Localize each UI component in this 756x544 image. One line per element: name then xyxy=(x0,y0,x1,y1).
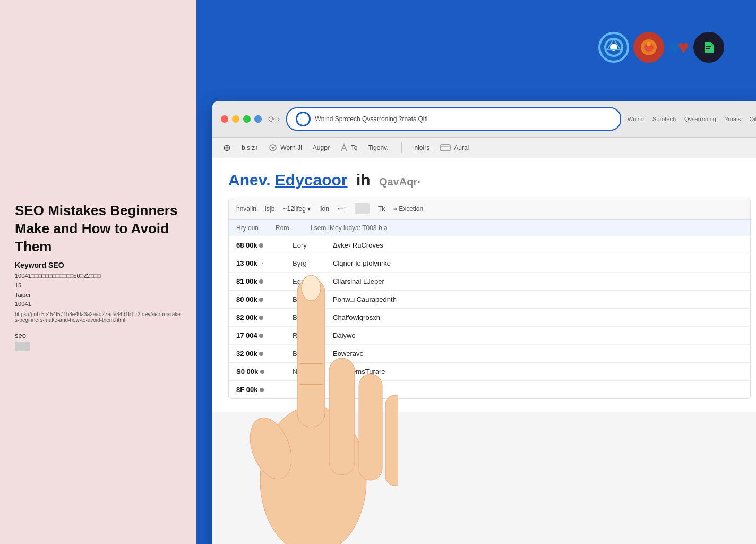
article-url: https://pub-5c454f571b8e40a3a2aad27ade84… xyxy=(15,311,182,323)
nav-item-icon: ⊕ xyxy=(223,142,231,154)
page-title-sub: QavAqr· xyxy=(379,176,420,188)
tag-label: seo xyxy=(15,332,182,339)
name-4: Bylg xyxy=(293,295,324,303)
vol-5: 82 00k xyxy=(236,313,284,321)
name-3: Egry xyxy=(293,277,324,285)
desc-6: Dalywo xyxy=(333,332,743,339)
page-title-blue: Anev. Edycaoor xyxy=(228,171,348,189)
browser-icon-hearts: ♥ ♥ xyxy=(668,36,690,59)
th-tk: Tk xyxy=(378,205,385,212)
table-row: 13 00k→ Byrg Clqner-lo ptolynrke xyxy=(229,254,750,273)
tl-close[interactable] xyxy=(221,115,228,123)
address-circle-icon xyxy=(296,112,311,126)
vol-3: 81 00k xyxy=(236,277,284,285)
table-header: hnvalin ls|b ~12lifeg ▾ lion ↩↑ Tk ≈ Exc… xyxy=(229,198,750,220)
nav-item-augpr[interactable]: Augpr xyxy=(313,144,330,151)
vol-2: 13 00k→ xyxy=(236,259,284,267)
table-row: 17 004 Rylg Dalywo xyxy=(229,327,750,345)
th-filter[interactable]: ~12lifeg ▾ xyxy=(284,205,311,212)
meta-count: 15 xyxy=(15,281,182,291)
desc-2: Clqner-lo ptolynrke xyxy=(333,259,743,267)
nav-item-aural[interactable]: Aural xyxy=(440,144,469,151)
subh-hryoun: Hry oun xyxy=(236,224,259,232)
table-row: 8F 00k xyxy=(229,381,750,398)
subh-roro: Roro xyxy=(276,224,289,232)
th-excetion: ≈ Excetion xyxy=(393,205,423,212)
browser-icon-dark xyxy=(693,32,724,63)
nav-forward[interactable]: › xyxy=(277,114,280,124)
table-subheader: Hry oun Roro I sem IMey iudya: T003 b a xyxy=(229,220,750,236)
toolbar-item-4: ?rnats xyxy=(725,116,741,122)
vol-8: S0 00k xyxy=(236,368,284,376)
vol-9: 8F 00k xyxy=(236,386,284,394)
table-row: 82 00k Bury Chalfowigrosxn xyxy=(229,309,750,327)
keyword-label: Keyword SEO xyxy=(15,261,182,269)
right-panel: ♥ ♥ ⟳ › Wnind xyxy=(196,0,756,544)
meta-code: 10041□□□□□□□□□□□□50□22□□□ xyxy=(15,271,182,281)
th-hnvalin: hnvalin xyxy=(236,205,256,212)
name-2: Byrg xyxy=(293,259,324,267)
nav-item-bsz[interactable]: b s z↑ xyxy=(242,144,258,151)
browser-icon-firefox xyxy=(633,32,664,63)
data-table: hnvalin ls|b ~12lifeg ▾ lion ↩↑ Tk ≈ Exc… xyxy=(228,198,751,399)
svg-rect-6 xyxy=(706,48,710,49)
desc-7: Eowerave xyxy=(333,350,743,358)
table-row: 68 00k Eory Δvke› RuCroves xyxy=(229,236,750,254)
address-text: Wnind Sprotech Qvsarroning ?rnats Qitl xyxy=(315,115,611,123)
name-5: Bury xyxy=(293,313,324,321)
nav-item-worndi[interactable]: Worn Ji xyxy=(269,143,302,152)
th-icon-box xyxy=(355,203,370,214)
page-title-dark: ih xyxy=(356,171,371,189)
browser-icons: ♥ ♥ xyxy=(598,32,725,63)
vol-7: 32 00k xyxy=(236,350,284,358)
toolbar-item-5: Qitl xyxy=(750,116,757,122)
address-bar[interactable]: Wnind Sprotech Qvsarroning ?rnats Qitl xyxy=(286,107,621,131)
th-lion: lion xyxy=(319,205,329,212)
nav-item-nloirs[interactable]: nloirs xyxy=(415,144,430,151)
page-title: Anev. Edycaoor ih QavAqr· xyxy=(228,171,751,189)
traffic-lights xyxy=(221,115,262,123)
tl-extra[interactable] xyxy=(254,115,262,123)
subh-desc: I sem IMey iudya: T003 b a xyxy=(311,224,743,232)
nav-item-ta[interactable]: To xyxy=(340,143,358,152)
meta-zip: 10041 xyxy=(15,300,182,309)
th-lstb: ls|b xyxy=(265,205,274,212)
nav-arrows: ⟳ › xyxy=(268,114,280,124)
tag-box xyxy=(15,342,30,351)
vol-6: 17 004 xyxy=(236,332,284,339)
desc-5: Chalfowigrosxn xyxy=(333,313,743,321)
svg-point-4 xyxy=(647,42,651,46)
desc-3: Cllarsinal LJeper xyxy=(333,277,743,285)
browser-window: ⟳ › Wnind Sprotech Qvsarroning ?rnats Qi… xyxy=(212,101,756,544)
toolbar-items: Wnind Sprotech Qvsarroning ?rnats Qitl xyxy=(628,116,756,122)
vol-4: 80 00k xyxy=(236,295,284,303)
browser-toolbar: ⟳ › Wnind Sprotech Qvsarroning ?rnats Qi… xyxy=(212,101,756,138)
name-6: Rylg xyxy=(293,332,324,339)
toolbar-item-2: Sprotech xyxy=(652,116,676,122)
browser-nav: ⊕ b s z↑ Worn Ji Augpr To Tigenv. nloirs… xyxy=(212,138,756,158)
nav-item-tigenv[interactable]: Tigenv. xyxy=(368,144,389,151)
nav-back[interactable]: ⟳ xyxy=(268,114,275,124)
browser-icon-chrome xyxy=(598,32,629,63)
desc-4: Ponw□-Caurapednth xyxy=(333,295,743,303)
nav-divider xyxy=(401,142,402,153)
tl-fullscreen[interactable] xyxy=(243,115,251,123)
toolbar-item-1: Wnind xyxy=(628,116,644,122)
svg-rect-9 xyxy=(441,144,450,151)
desc-1: Δvke› RuCroves xyxy=(333,241,743,249)
th-arrow: ↩↑ xyxy=(338,205,346,212)
name-7: Bory xyxy=(293,350,324,358)
article-title: SEO Mistakes Beginners Make and How to A… xyxy=(15,202,182,256)
table-row: 32 00k Bory Eowerave xyxy=(229,345,750,363)
left-panel: SEO Mistakes Beginners Make and How to A… xyxy=(0,0,196,544)
table-row: 80 00k Bylg Ponw□-Caurapednth xyxy=(229,291,750,309)
svg-rect-5 xyxy=(706,46,711,47)
name-8: Nilly xyxy=(293,368,324,376)
table-row: S0 00k Nilly OhrepemsTurare xyxy=(229,363,750,381)
browser-content: Anev. Edycaoor ih QavAqr· hnvalin ls|b ~… xyxy=(212,158,756,412)
desc-8: OhrepemsTurare xyxy=(333,368,743,376)
toolbar-item-3: Qvsarroning xyxy=(684,116,716,122)
name-1: Eory xyxy=(293,241,324,249)
tl-minimize[interactable] xyxy=(232,115,239,123)
meta-city: Taipei xyxy=(15,291,182,300)
